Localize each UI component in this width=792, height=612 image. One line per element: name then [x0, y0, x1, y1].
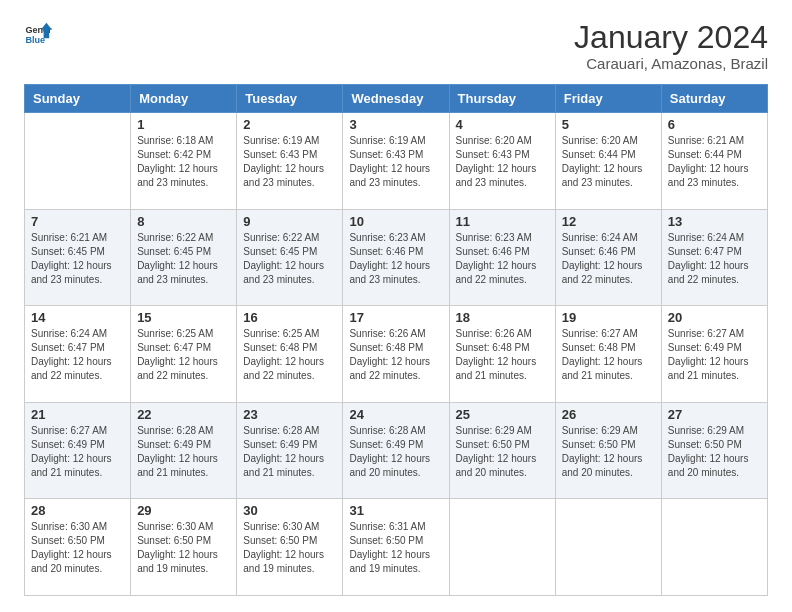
month-title: January 2024 — [574, 20, 768, 55]
cell-info: Sunrise: 6:25 AM Sunset: 6:48 PM Dayligh… — [243, 327, 336, 383]
calendar-cell: 26Sunrise: 6:29 AM Sunset: 6:50 PM Dayli… — [555, 402, 661, 499]
calendar-week-2: 7Sunrise: 6:21 AM Sunset: 6:45 PM Daylig… — [25, 209, 768, 306]
cell-info: Sunrise: 6:28 AM Sunset: 6:49 PM Dayligh… — [137, 424, 230, 480]
cell-info: Sunrise: 6:29 AM Sunset: 6:50 PM Dayligh… — [668, 424, 761, 480]
calendar-cell: 20Sunrise: 6:27 AM Sunset: 6:49 PM Dayli… — [661, 306, 767, 403]
day-number: 22 — [137, 407, 230, 422]
calendar-cell: 15Sunrise: 6:25 AM Sunset: 6:47 PM Dayli… — [131, 306, 237, 403]
calendar-cell: 8Sunrise: 6:22 AM Sunset: 6:45 PM Daylig… — [131, 209, 237, 306]
calendar-cell: 3Sunrise: 6:19 AM Sunset: 6:43 PM Daylig… — [343, 113, 449, 210]
cell-info: Sunrise: 6:24 AM Sunset: 6:47 PM Dayligh… — [668, 231, 761, 287]
cell-info: Sunrise: 6:22 AM Sunset: 6:45 PM Dayligh… — [243, 231, 336, 287]
cell-info: Sunrise: 6:27 AM Sunset: 6:49 PM Dayligh… — [31, 424, 124, 480]
day-number: 2 — [243, 117, 336, 132]
calendar-header-row: SundayMondayTuesdayWednesdayThursdayFrid… — [25, 85, 768, 113]
calendar-cell: 22Sunrise: 6:28 AM Sunset: 6:49 PM Dayli… — [131, 402, 237, 499]
day-number: 29 — [137, 503, 230, 518]
calendar-cell: 28Sunrise: 6:30 AM Sunset: 6:50 PM Dayli… — [25, 499, 131, 596]
day-number: 5 — [562, 117, 655, 132]
column-header-saturday: Saturday — [661, 85, 767, 113]
day-number: 16 — [243, 310, 336, 325]
cell-info: Sunrise: 6:23 AM Sunset: 6:46 PM Dayligh… — [349, 231, 442, 287]
calendar-cell: 14Sunrise: 6:24 AM Sunset: 6:47 PM Dayli… — [25, 306, 131, 403]
calendar-cell: 31Sunrise: 6:31 AM Sunset: 6:50 PM Dayli… — [343, 499, 449, 596]
calendar-body: 1Sunrise: 6:18 AM Sunset: 6:42 PM Daylig… — [25, 113, 768, 596]
calendar-cell: 13Sunrise: 6:24 AM Sunset: 6:47 PM Dayli… — [661, 209, 767, 306]
cell-info: Sunrise: 6:19 AM Sunset: 6:43 PM Dayligh… — [349, 134, 442, 190]
cell-info: Sunrise: 6:28 AM Sunset: 6:49 PM Dayligh… — [243, 424, 336, 480]
column-header-monday: Monday — [131, 85, 237, 113]
calendar-cell: 4Sunrise: 6:20 AM Sunset: 6:43 PM Daylig… — [449, 113, 555, 210]
day-number: 10 — [349, 214, 442, 229]
day-number: 18 — [456, 310, 549, 325]
calendar-cell — [449, 499, 555, 596]
cell-info: Sunrise: 6:31 AM Sunset: 6:50 PM Dayligh… — [349, 520, 442, 576]
header: General Blue January 2024 Carauari, Amaz… — [24, 20, 768, 72]
day-number: 3 — [349, 117, 442, 132]
calendar-cell: 6Sunrise: 6:21 AM Sunset: 6:44 PM Daylig… — [661, 113, 767, 210]
day-number: 8 — [137, 214, 230, 229]
cell-info: Sunrise: 6:21 AM Sunset: 6:45 PM Dayligh… — [31, 231, 124, 287]
column-header-friday: Friday — [555, 85, 661, 113]
day-number: 12 — [562, 214, 655, 229]
day-number: 31 — [349, 503, 442, 518]
calendar-cell: 9Sunrise: 6:22 AM Sunset: 6:45 PM Daylig… — [237, 209, 343, 306]
day-number: 13 — [668, 214, 761, 229]
calendar-cell — [555, 499, 661, 596]
day-number: 7 — [31, 214, 124, 229]
calendar-cell: 5Sunrise: 6:20 AM Sunset: 6:44 PM Daylig… — [555, 113, 661, 210]
day-number: 20 — [668, 310, 761, 325]
day-number: 14 — [31, 310, 124, 325]
cell-info: Sunrise: 6:21 AM Sunset: 6:44 PM Dayligh… — [668, 134, 761, 190]
column-header-sunday: Sunday — [25, 85, 131, 113]
calendar-cell — [661, 499, 767, 596]
calendar-week-4: 21Sunrise: 6:27 AM Sunset: 6:49 PM Dayli… — [25, 402, 768, 499]
logo: General Blue — [24, 20, 52, 48]
day-number: 26 — [562, 407, 655, 422]
svg-text:Blue: Blue — [25, 35, 45, 45]
calendar-cell: 21Sunrise: 6:27 AM Sunset: 6:49 PM Dayli… — [25, 402, 131, 499]
cell-info: Sunrise: 6:27 AM Sunset: 6:49 PM Dayligh… — [668, 327, 761, 383]
calendar-cell: 17Sunrise: 6:26 AM Sunset: 6:48 PM Dayli… — [343, 306, 449, 403]
day-number: 28 — [31, 503, 124, 518]
calendar-cell: 18Sunrise: 6:26 AM Sunset: 6:48 PM Dayli… — [449, 306, 555, 403]
cell-info: Sunrise: 6:30 AM Sunset: 6:50 PM Dayligh… — [31, 520, 124, 576]
day-number: 15 — [137, 310, 230, 325]
subtitle: Carauari, Amazonas, Brazil — [574, 55, 768, 72]
title-block: January 2024 Carauari, Amazonas, Brazil — [574, 20, 768, 72]
day-number: 24 — [349, 407, 442, 422]
cell-info: Sunrise: 6:27 AM Sunset: 6:48 PM Dayligh… — [562, 327, 655, 383]
calendar-cell — [25, 113, 131, 210]
cell-info: Sunrise: 6:22 AM Sunset: 6:45 PM Dayligh… — [137, 231, 230, 287]
day-number: 4 — [456, 117, 549, 132]
cell-info: Sunrise: 6:28 AM Sunset: 6:49 PM Dayligh… — [349, 424, 442, 480]
day-number: 25 — [456, 407, 549, 422]
calendar-cell: 10Sunrise: 6:23 AM Sunset: 6:46 PM Dayli… — [343, 209, 449, 306]
calendar-cell: 30Sunrise: 6:30 AM Sunset: 6:50 PM Dayli… — [237, 499, 343, 596]
day-number: 30 — [243, 503, 336, 518]
day-number: 17 — [349, 310, 442, 325]
cell-info: Sunrise: 6:25 AM Sunset: 6:47 PM Dayligh… — [137, 327, 230, 383]
cell-info: Sunrise: 6:24 AM Sunset: 6:46 PM Dayligh… — [562, 231, 655, 287]
calendar-cell: 19Sunrise: 6:27 AM Sunset: 6:48 PM Dayli… — [555, 306, 661, 403]
cell-info: Sunrise: 6:30 AM Sunset: 6:50 PM Dayligh… — [243, 520, 336, 576]
calendar-cell: 7Sunrise: 6:21 AM Sunset: 6:45 PM Daylig… — [25, 209, 131, 306]
day-number: 6 — [668, 117, 761, 132]
calendar-week-5: 28Sunrise: 6:30 AM Sunset: 6:50 PM Dayli… — [25, 499, 768, 596]
calendar-cell: 12Sunrise: 6:24 AM Sunset: 6:46 PM Dayli… — [555, 209, 661, 306]
day-number: 19 — [562, 310, 655, 325]
column-header-thursday: Thursday — [449, 85, 555, 113]
day-number: 9 — [243, 214, 336, 229]
day-number: 11 — [456, 214, 549, 229]
calendar-cell: 11Sunrise: 6:23 AM Sunset: 6:46 PM Dayli… — [449, 209, 555, 306]
calendar-cell: 29Sunrise: 6:30 AM Sunset: 6:50 PM Dayli… — [131, 499, 237, 596]
day-number: 21 — [31, 407, 124, 422]
cell-info: Sunrise: 6:20 AM Sunset: 6:43 PM Dayligh… — [456, 134, 549, 190]
calendar-cell: 23Sunrise: 6:28 AM Sunset: 6:49 PM Dayli… — [237, 402, 343, 499]
cell-info: Sunrise: 6:23 AM Sunset: 6:46 PM Dayligh… — [456, 231, 549, 287]
cell-info: Sunrise: 6:29 AM Sunset: 6:50 PM Dayligh… — [456, 424, 549, 480]
cell-info: Sunrise: 6:30 AM Sunset: 6:50 PM Dayligh… — [137, 520, 230, 576]
calendar-cell: 16Sunrise: 6:25 AM Sunset: 6:48 PM Dayli… — [237, 306, 343, 403]
day-number: 1 — [137, 117, 230, 132]
calendar-cell: 25Sunrise: 6:29 AM Sunset: 6:50 PM Dayli… — [449, 402, 555, 499]
